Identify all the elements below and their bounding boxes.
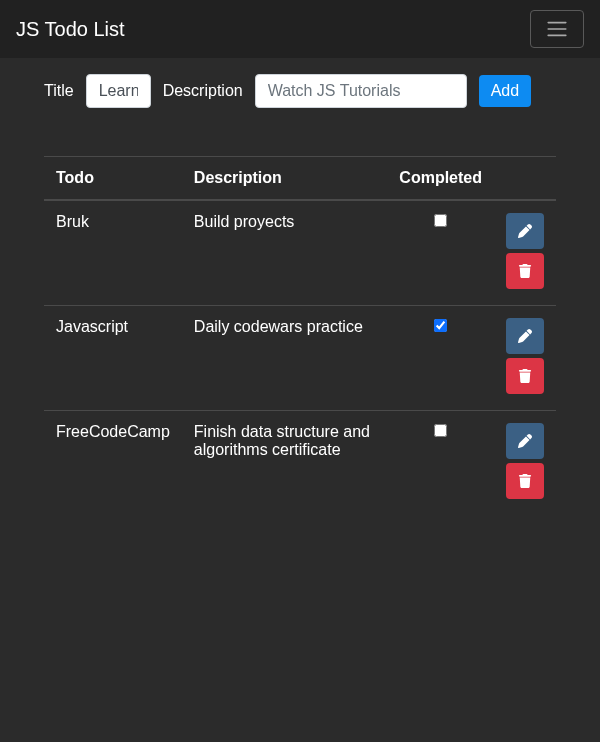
description-cell: Daily codewars practice — [182, 306, 388, 411]
navbar-brand: JS Todo List — [16, 18, 125, 41]
edit-button[interactable] — [506, 423, 544, 459]
pencil-icon — [518, 329, 532, 343]
actions-cell — [494, 411, 556, 516]
edit-button[interactable] — [506, 213, 544, 249]
delete-button[interactable] — [506, 463, 544, 499]
completed-checkbox[interactable] — [434, 214, 447, 227]
todo-table-container: Todo Description Completed BrukBuild pro… — [0, 156, 600, 515]
description-cell: Finish data structure and algorithms cer… — [182, 411, 388, 516]
trash-icon — [518, 369, 532, 383]
description-input[interactable] — [255, 74, 467, 108]
table-header-completed: Completed — [387, 157, 494, 201]
edit-button[interactable] — [506, 318, 544, 354]
todo-cell: Javascript — [44, 306, 182, 411]
completed-cell — [387, 411, 494, 516]
todo-cell: Bruk — [44, 200, 182, 306]
title-input[interactable] — [86, 74, 151, 108]
table-header-description: Description — [182, 157, 388, 201]
pencil-icon — [518, 224, 532, 238]
completed-cell — [387, 200, 494, 306]
table-row: FreeCodeCampFinish data structure and al… — [44, 411, 556, 516]
todo-cell: FreeCodeCamp — [44, 411, 182, 516]
todo-table: Todo Description Completed BrukBuild pro… — [44, 156, 556, 515]
table-row: JavascriptDaily codewars practice — [44, 306, 556, 411]
delete-button[interactable] — [506, 358, 544, 394]
actions-cell — [494, 306, 556, 411]
navbar: JS Todo List — [0, 0, 600, 58]
description-cell: Build proyects — [182, 200, 388, 306]
navbar-toggle-button[interactable] — [530, 10, 584, 48]
table-header-todo: Todo — [44, 157, 182, 201]
add-todo-form: Title Description Add — [0, 58, 600, 124]
add-button[interactable]: Add — [479, 75, 531, 107]
completed-checkbox[interactable] — [434, 424, 447, 437]
trash-icon — [518, 264, 532, 278]
table-header-actions — [494, 157, 556, 201]
completed-cell — [387, 306, 494, 411]
hamburger-icon — [543, 17, 571, 41]
trash-icon — [518, 474, 532, 488]
delete-button[interactable] — [506, 253, 544, 289]
table-row: BrukBuild proyects — [44, 200, 556, 306]
pencil-icon — [518, 434, 532, 448]
description-label: Description — [163, 82, 243, 100]
actions-cell — [494, 200, 556, 306]
completed-checkbox[interactable] — [434, 319, 447, 332]
title-label: Title — [44, 82, 74, 100]
